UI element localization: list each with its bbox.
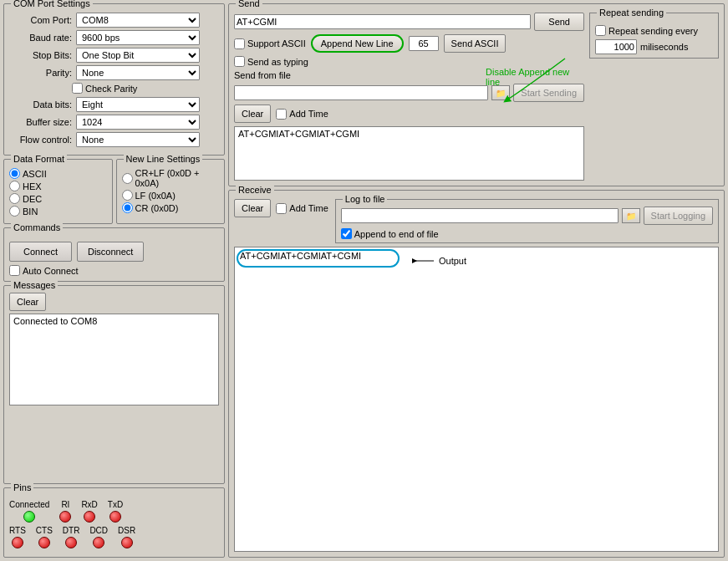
connect-button[interactable]: Connect	[9, 242, 72, 262]
cr-radio[interactable]	[122, 202, 133, 213]
receive-add-time-checkbox[interactable]	[276, 203, 287, 214]
rts-pin: RTS	[9, 526, 26, 548]
log-to-file-box: Log to file 📁 Start Logging Append to en…	[335, 199, 719, 243]
send-ascii-button[interactable]: Send ASCII	[444, 34, 507, 53]
parity-select[interactable]: None	[76, 65, 200, 80]
newline-settings-title: New Line Settings	[124, 154, 203, 164]
cr-radio-label[interactable]: CR (0x0D)	[122, 202, 220, 213]
dcd-led	[93, 537, 104, 548]
crlf-radio[interactable]	[122, 173, 133, 184]
send-box: Send AT+CGMI Send Support ASCII Append	[228, 3, 725, 186]
newline-settings-box: New Line Settings CR+LF (0x0D + 0x0A) LF…	[116, 159, 226, 224]
support-ascii-checkbox[interactable]	[234, 38, 245, 49]
support-ascii-label[interactable]: Support ASCII	[234, 38, 306, 49]
auto-connect-checkbox[interactable]	[9, 265, 20, 276]
send-from-file-label: Send from file	[234, 70, 291, 80]
dec-radio-label[interactable]: DEC	[9, 193, 107, 204]
start-sending-button[interactable]: Start Sending	[513, 84, 584, 102]
send-text-area: AT+CGMIAT+CGMIAT+CGMI	[234, 126, 584, 181]
dcd-pin: DCD	[89, 526, 108, 548]
buffer-size-select[interactable]: 1024	[76, 115, 200, 130]
flow-control-label: Flow control:	[9, 135, 72, 145]
rts-led	[12, 537, 23, 548]
crlf-radio-label[interactable]: CR+LF (0x0D + 0x0A)	[122, 168, 220, 188]
ascii-size-input[interactable]: 65	[409, 36, 439, 51]
log-file-input[interactable]	[341, 208, 619, 223]
send-as-typing-label[interactable]: Send as typing	[234, 56, 584, 67]
receive-clear-button[interactable]: Clear	[234, 199, 271, 217]
baud-rate-select[interactable]: 9600 bps	[76, 30, 200, 45]
buffer-size-label: Buffer size:	[9, 117, 72, 127]
append-new-line-button[interactable]: Append New Line	[311, 34, 404, 53]
dtr-pin: DTR	[63, 526, 80, 548]
rts-pin-label: RTS	[9, 526, 26, 535]
cts-led	[38, 537, 50, 548]
send-add-time-checkbox[interactable]	[276, 109, 287, 120]
repeat-sending-box: Repeat sending Repeat sending every 1000…	[589, 13, 719, 59]
data-format-title: Data Format	[11, 154, 67, 164]
pins-title: Pins	[11, 482, 33, 492]
send-button[interactable]: Send	[534, 13, 584, 31]
cts-pin: CTS	[36, 526, 53, 548]
repeat-sending-checkbox[interactable]	[595, 25, 606, 36]
send-input[interactable]: AT+CGMI	[234, 14, 531, 29]
dsr-led	[121, 537, 133, 548]
parity-label: Parity:	[9, 68, 72, 78]
receive-add-time-label[interactable]: Add Time	[276, 203, 328, 214]
send-clear-button[interactable]: Clear	[234, 105, 271, 123]
dtr-pin-label: DTR	[63, 526, 80, 535]
dtr-led	[65, 537, 77, 548]
send-title: Send	[236, 0, 262, 8]
send-file-input[interactable]	[234, 85, 488, 100]
messages-content: Connected to COM8	[9, 314, 219, 405]
rxd-pin-label: RxD	[81, 500, 97, 509]
txd-led	[109, 511, 121, 523]
txd-pin: TxD	[108, 500, 123, 523]
disconnect-button[interactable]: Disconnect	[77, 242, 144, 262]
bin-radio[interactable]	[9, 206, 20, 217]
lf-radio[interactable]	[122, 190, 133, 201]
dcd-pin-label: DCD	[89, 526, 108, 535]
output-label: Output	[439, 256, 466, 266]
hex-radio-label[interactable]: HEX	[9, 181, 107, 191]
rxd-led	[84, 511, 95, 523]
stop-bits-label: Stop Bits:	[9, 50, 72, 60]
check-parity-label[interactable]: Check Parity	[72, 83, 137, 94]
check-parity-checkbox[interactable]	[72, 83, 83, 94]
hex-radio[interactable]	[9, 181, 20, 191]
dsr-pin: DSR	[118, 526, 135, 548]
receive-text: AT+CGMIAT+CGMIAT+CGMI	[238, 251, 715, 261]
commands-title: Commands	[11, 222, 63, 232]
auto-connect-label[interactable]: Auto Connect	[9, 265, 219, 276]
ascii-radio-label[interactable]: ASCII	[9, 168, 107, 179]
bin-radio-label[interactable]: BIN	[9, 206, 107, 217]
send-file-folder-button[interactable]: 📁	[491, 85, 510, 100]
com-port-label: Com Port:	[9, 15, 72, 25]
stop-bits-select[interactable]: One Stop Bit	[76, 48, 200, 63]
messages-box: Messages Clear Connected to COM8	[3, 285, 225, 484]
lf-radio-label[interactable]: LF (0x0A)	[122, 190, 220, 201]
send-add-time-label[interactable]: Add Time	[276, 109, 328, 120]
baud-rate-label: Baud rate:	[9, 33, 72, 43]
start-logging-button[interactable]: Start Logging	[644, 207, 713, 225]
send-as-typing-checkbox[interactable]	[234, 56, 245, 67]
dec-radio[interactable]	[9, 193, 20, 204]
append-to-end-checkbox[interactable]	[341, 228, 352, 239]
append-to-end-label[interactable]: Append to end of file	[341, 228, 713, 239]
log-folder-button[interactable]: 📁	[622, 208, 640, 223]
com-port-settings-title: COM Port Settings	[11, 0, 93, 8]
messages-clear-button[interactable]: Clear	[9, 293, 46, 311]
com-port-select[interactable]: COM8	[76, 13, 200, 28]
data-bits-label: Data bits:	[9, 99, 72, 110]
data-bits-select[interactable]: Eight	[76, 97, 200, 112]
output-annotation: Output	[410, 254, 466, 268]
flow-control-select[interactable]: None	[76, 132, 200, 147]
milliseconds-label: miliseconds	[640, 42, 688, 52]
dsr-pin-label: DSR	[118, 526, 135, 535]
repeat-interval-input[interactable]: 1000	[595, 39, 637, 54]
repeat-sending-check-label[interactable]: Repeat sending every	[595, 25, 713, 36]
ascii-radio[interactable]	[9, 168, 20, 179]
commands-box: Commands Connect Disconnect Auto Connect	[3, 227, 225, 282]
connected-pin: Connected	[9, 500, 49, 523]
messages-title: Messages	[11, 280, 58, 290]
